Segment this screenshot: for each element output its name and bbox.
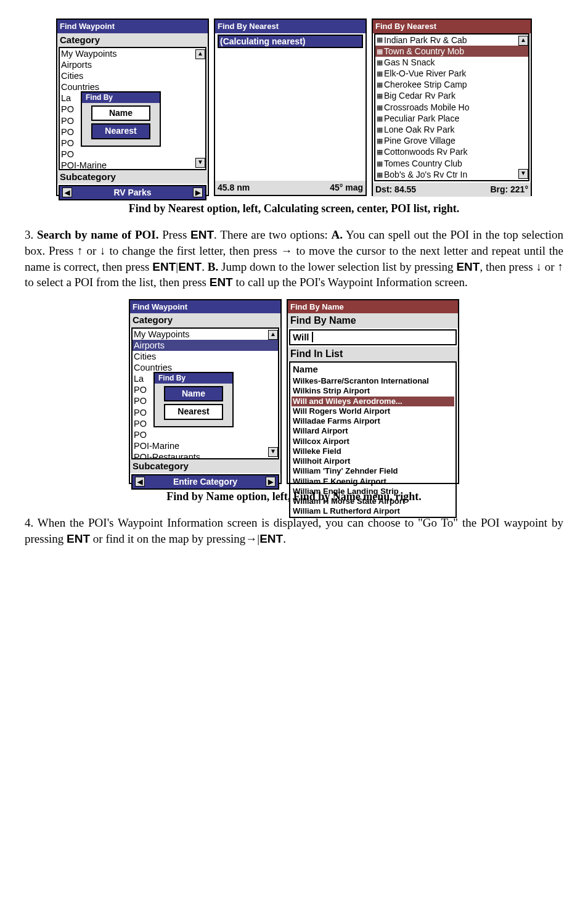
name-item[interactable]: William H Morse State Airport xyxy=(292,496,454,506)
calculating-status: (Calculating nearest) xyxy=(218,35,363,49)
poi-icon: ▦ xyxy=(377,35,383,44)
name-item[interactable]: Willadae Farms Airport xyxy=(292,416,454,426)
name-item[interactable]: Willard Airport xyxy=(292,426,454,436)
name-item[interactable]: William E Koenig Airport xyxy=(292,477,454,487)
name-column-header: Name xyxy=(290,363,455,376)
status-bar: 45.8 nm 45° mag xyxy=(215,181,365,195)
instruction-step-4: 4. When the POI's Waypoint Information s… xyxy=(25,515,563,546)
scroll-up-icon[interactable]: ▲ xyxy=(518,36,528,46)
name-button[interactable]: Name xyxy=(91,105,150,121)
name-item[interactable]: Will and Wileys Aerodrome... xyxy=(292,397,454,406)
poi-icon: ▦ xyxy=(377,58,383,67)
subcategory-value: RV Parks xyxy=(113,187,151,199)
bearing-value: 45° mag xyxy=(330,182,363,194)
list-item[interactable]: PO xyxy=(133,429,278,440)
poi-item[interactable]: Cherokee Strip Camp xyxy=(384,79,467,90)
subcategory-label: Subcategory xyxy=(57,170,208,184)
poi-icon: ▦ xyxy=(377,114,383,123)
poi-item[interactable]: Crossroads Mobile Ho xyxy=(384,102,470,113)
panel-title: Find By Name xyxy=(288,300,458,314)
figure-1: Find Waypoint Category ▲ ▼ My Waypoints … xyxy=(25,19,563,196)
list-item[interactable]: Cities xyxy=(60,70,205,81)
list-item[interactable]: POI-Restaurants xyxy=(133,451,278,459)
list-item[interactable]: Cities xyxy=(133,351,278,362)
scroll-up-icon[interactable]: ▲ xyxy=(195,49,205,59)
nearest-button[interactable]: Nearest xyxy=(164,404,223,420)
poi-item[interactable]: Bob's & Jo's Rv Ctr In xyxy=(384,169,467,180)
panel-calculating: Find By Nearest (Calculating nearest) 45… xyxy=(214,19,367,196)
poi-icon: ▦ xyxy=(377,103,383,112)
scroll-down-icon[interactable]: ▼ xyxy=(195,158,205,168)
category-listbox[interactable]: ▲ ▼ My Waypoints Airports Cities Countri… xyxy=(131,327,279,459)
poi-item[interactable]: Tomes Country Club xyxy=(384,158,462,169)
name-listbox[interactable]: Name Wilkes-Barre/Scranton International… xyxy=(289,361,457,518)
distance-value: Dst: 84.55 xyxy=(375,184,416,195)
name-item[interactable]: Wilkins Strip Airport xyxy=(292,386,454,396)
scroll-down-icon[interactable]: ▼ xyxy=(518,169,528,179)
list-item[interactable]: My Waypoints xyxy=(60,48,205,59)
name-item[interactable]: Willhoit Airport xyxy=(292,456,454,466)
poi-listbox[interactable]: ▲ ▼ ▦Indian Park Rv & Cab ▦Town & Countr… xyxy=(374,33,529,181)
panel-title: Find Waypoint xyxy=(57,20,208,33)
poi-item[interactable]: Peculiar Park Place xyxy=(384,113,459,124)
instruction-step-3: 3. Search by name of POI. Press ENT. The… xyxy=(25,227,563,290)
name-item[interactable]: William L Rutherford Airport xyxy=(292,506,454,516)
subcategory-selector[interactable]: ◀ RV Parks ▶ xyxy=(59,185,206,200)
poi-item[interactable]: Cottonwoods Rv Park xyxy=(384,146,467,157)
name-item[interactable]: William Engle Landing Strip xyxy=(292,487,454,496)
poi-item[interactable]: Gas N Snack xyxy=(384,57,435,68)
bearing-value: Brg: 221° xyxy=(490,184,528,195)
poi-icon: ▦ xyxy=(377,147,383,156)
popup-title: Find By xyxy=(82,93,160,103)
chevron-left-icon[interactable]: ◀ xyxy=(62,187,72,197)
poi-item[interactable]: Big Cedar Rv Park xyxy=(384,90,455,101)
chevron-right-icon[interactable]: ▶ xyxy=(266,477,276,487)
panel-title: Find Waypoint xyxy=(130,300,280,314)
list-item[interactable]: Airports xyxy=(133,340,278,351)
panel-find-waypoint-2: Find Waypoint Category ▲ ▼ My Waypoints … xyxy=(129,299,282,484)
find-by-popup: Find By Name Nearest xyxy=(153,372,234,427)
panel-poi-list: Find By Nearest ▲ ▼ ▦Indian Park Rv & Ca… xyxy=(372,19,532,196)
poi-item[interactable]: Lone Oak Rv Park xyxy=(384,124,454,135)
category-label: Category xyxy=(57,33,208,47)
list-item[interactable]: POI-Marine xyxy=(133,440,278,451)
chevron-left-icon[interactable]: ◀ xyxy=(135,477,145,487)
subcategory-value: Entire Category xyxy=(173,476,237,488)
find-by-popup: Find By Name Nearest xyxy=(81,91,161,147)
poi-item[interactable]: Elk-O-Vue River Park xyxy=(384,68,466,79)
name-item[interactable]: Willeke Field xyxy=(292,446,454,456)
figure-2: Find Waypoint Category ▲ ▼ My Waypoints … xyxy=(25,299,563,484)
poi-icon: ▦ xyxy=(377,159,383,168)
name-button[interactable]: Name xyxy=(164,386,223,402)
poi-item[interactable]: Indian Park Rv & Cab xyxy=(384,35,467,46)
name-item[interactable]: Will Rogers World Airport xyxy=(292,406,454,416)
scroll-up-icon[interactable]: ▲ xyxy=(268,330,278,340)
status-bar: Dst: 84.55 Brg: 221° xyxy=(373,183,531,197)
poi-item[interactable]: Town & Country Mob xyxy=(384,46,464,57)
figure-1-caption: Find by Nearest option, left, Calculatin… xyxy=(25,201,563,216)
scroll-down-icon[interactable]: ▼ xyxy=(268,447,278,457)
poi-icon: ▦ xyxy=(377,47,383,56)
panel-title: Find By Nearest xyxy=(215,20,365,33)
category-listbox[interactable]: ▲ ▼ My Waypoints Airports Cities Countri… xyxy=(59,47,206,170)
category-label: Category xyxy=(130,313,280,327)
subcategory-selector[interactable]: ◀ Entire Category ▶ xyxy=(131,474,279,490)
name-item[interactable]: Willcox Airport xyxy=(292,437,454,446)
list-item[interactable]: POI-Marine xyxy=(60,160,205,170)
poi-icon: ▦ xyxy=(377,170,383,179)
list-item[interactable]: Airports xyxy=(60,59,205,70)
name-item[interactable]: William 'Tiny' Zehnder Field xyxy=(292,466,454,476)
find-in-list-header: Find In List xyxy=(288,347,458,361)
list-item[interactable]: PO xyxy=(60,149,205,160)
name-item[interactable]: Wilkes-Barre/Scranton International xyxy=(292,376,454,386)
poi-item[interactable]: Pine Grove Village xyxy=(384,135,455,146)
chevron-right-icon[interactable]: ▶ xyxy=(193,187,203,197)
popup-title: Find By xyxy=(155,373,232,384)
poi-icon: ▦ xyxy=(377,136,383,145)
panel-find-by-name: Find By Name Find By Name Will Find In L… xyxy=(287,299,459,484)
list-item[interactable]: My Waypoints xyxy=(133,329,278,340)
find-by-name-header: Find By Name xyxy=(288,313,458,328)
distance-value: 45.8 nm xyxy=(218,182,250,194)
name-input[interactable]: Will xyxy=(289,329,457,345)
nearest-button[interactable]: Nearest xyxy=(91,123,150,139)
